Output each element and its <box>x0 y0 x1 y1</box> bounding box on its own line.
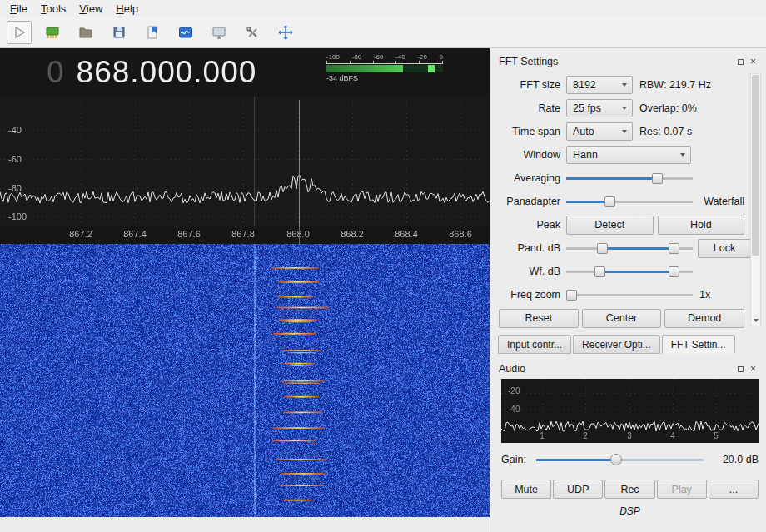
panadapter-slider[interactable] <box>566 195 693 208</box>
close-dock-icon[interactable]: × <box>747 56 759 67</box>
spectrum-y-tick: -100 <box>8 211 27 221</box>
io-devices-button[interactable] <box>40 21 65 44</box>
tab-input-controls[interactable]: Input contr... <box>498 335 571 354</box>
menu-help[interactable]: Help <box>109 1 145 17</box>
dock-tab-bar: Input contr... Receiver Opti... FFT Sett… <box>490 330 766 354</box>
remote-control-button[interactable] <box>206 21 231 44</box>
rate-select[interactable]: 25 fps <box>566 99 633 117</box>
play-button[interactable]: Play <box>657 480 707 499</box>
chevron-down-icon <box>622 83 627 87</box>
scope-waveform-icon <box>177 24 194 41</box>
slider-handle-low[interactable] <box>597 243 608 254</box>
fft-size-select[interactable]: 8192 <box>566 76 633 94</box>
waterfall-plot[interactable] <box>0 244 490 517</box>
slider-handle[interactable] <box>566 290 577 301</box>
save-settings-button[interactable] <box>107 21 132 44</box>
audio-y-tick: -20 <box>508 386 520 395</box>
slider-fill <box>602 247 674 250</box>
spectrum-plot[interactable]: -40 -60 -80 -100 <box>0 97 490 226</box>
spectrum-canvas[interactable] <box>0 97 490 226</box>
more-button[interactable]: ... <box>709 480 759 499</box>
meter-tick: -20 <box>417 54 427 61</box>
slider-handle-low[interactable] <box>594 266 605 277</box>
chevron-down-icon <box>622 107 627 110</box>
monitor-icon <box>211 24 227 41</box>
slider-handle[interactable] <box>652 173 663 184</box>
tools-button[interactable] <box>240 21 265 44</box>
start-dsp-button[interactable] <box>7 21 32 44</box>
slider-fill <box>536 459 616 461</box>
freq-zoom-slider[interactable] <box>566 288 693 301</box>
gain-label: Gain: <box>501 454 535 465</box>
chevron-down-icon <box>622 130 627 133</box>
pand-db-range-slider[interactable] <box>566 241 693 255</box>
waterfall-label: Waterfall <box>704 196 744 207</box>
freq-axis-tick: 868.2 <box>341 229 364 239</box>
dsp-footer-label: DSP <box>501 505 759 517</box>
fft-size-value: 8192 <box>573 79 596 91</box>
slider-handle-high[interactable] <box>669 243 679 254</box>
freq-axis-tick: 867.2 <box>69 229 92 239</box>
peak-hold-button[interactable]: Hold <box>658 216 745 235</box>
menu-view[interactable]: View <box>72 1 109 17</box>
bookmarks-button[interactable] <box>140 21 165 44</box>
center-button[interactable]: Center <box>582 309 662 328</box>
scrollbar-thumb[interactable] <box>752 75 759 256</box>
rec-button[interactable]: Rec <box>604 480 654 499</box>
wf-db-range-slider[interactable] <box>566 265 693 278</box>
float-dock-icon[interactable] <box>734 56 747 67</box>
fft-settings-scrollbar[interactable] <box>750 73 761 326</box>
freq-axis-tick: 867.4 <box>123 229 147 239</box>
fullscreen-button[interactable] <box>273 21 298 44</box>
meter-level-bar <box>326 65 443 72</box>
freq-axis-tick: 867.6 <box>177 229 201 239</box>
fft-settings-title: FFT Settings <box>499 56 734 67</box>
gain-value: -20.0 dB <box>712 454 759 465</box>
demod-button[interactable]: Demod <box>664 309 744 328</box>
time-span-select[interactable]: Auto <box>566 122 633 141</box>
mute-button[interactable]: Mute <box>501 480 551 499</box>
scrollbar-down-arrow[interactable] <box>751 315 760 326</box>
time-span-label: Time span <box>499 126 560 137</box>
open-settings-button[interactable] <box>73 21 98 44</box>
meter-level-label: -34 dBFS <box>326 74 443 82</box>
spectrum-y-tick: -40 <box>8 125 22 135</box>
slider-handle[interactable] <box>610 454 622 465</box>
crosshair-move-icon <box>277 24 294 41</box>
slider-handle[interactable] <box>604 196 615 207</box>
freq-axis-tick: 868.0 <box>286 229 310 239</box>
chevron-down-icon <box>680 153 685 157</box>
window-value: Hann <box>573 149 598 161</box>
rbw-info: RBW: 219.7 Hz <box>639 79 711 91</box>
frequency-display[interactable]: 0868.000.000 <box>47 55 256 90</box>
tab-receiver-options[interactable]: Receiver Opti... <box>573 335 660 354</box>
freq-axis-tick: 868.6 <box>449 229 472 239</box>
waterfall-canvas[interactable] <box>0 244 490 517</box>
menu-file[interactable]: File <box>3 1 34 17</box>
gain-slider[interactable] <box>536 453 704 466</box>
menu-tools[interactable]: Tools <box>34 1 72 17</box>
tab-fft-settings[interactable]: FFT Settin... <box>662 335 735 354</box>
udp-button[interactable]: UDP <box>553 480 603 499</box>
fft-settings-dock: FFT Settings × FFT size 8192 RBW: 219.7 … <box>490 48 766 330</box>
float-dock-icon[interactable] <box>734 363 747 375</box>
iq-tools-button[interactable] <box>173 21 198 44</box>
slider-handle-high[interactable] <box>669 266 679 277</box>
res-info: Res: 0.07 s <box>639 126 692 137</box>
audio-spectrum-plot: -20 -40 1 2 3 4 5 <box>501 379 759 443</box>
meter-tickline <box>326 61 443 64</box>
frequency-display-area: 0868.000.000 -100 -80 -60 -40 -20 0 -34 … <box>0 48 490 97</box>
lock-button[interactable]: Lock <box>698 239 751 258</box>
frequency-leading-zero: 0 <box>47 55 65 89</box>
slider-fill <box>599 271 674 273</box>
pand-db-label: Pand. dB <box>499 242 560 254</box>
dbfs-meter-scale: -100 -80 -60 -40 -20 0 <box>326 54 443 61</box>
peak-detect-button[interactable]: Detect <box>566 216 654 235</box>
reset-button[interactable]: Reset <box>499 309 579 328</box>
averaging-slider[interactable] <box>566 172 693 185</box>
window-select[interactable]: Hann <box>566 146 691 164</box>
bookmark-page-icon <box>144 24 161 41</box>
close-dock-icon[interactable]: × <box>747 363 759 375</box>
device-chip-icon <box>44 24 61 41</box>
slider-fill <box>566 177 657 180</box>
